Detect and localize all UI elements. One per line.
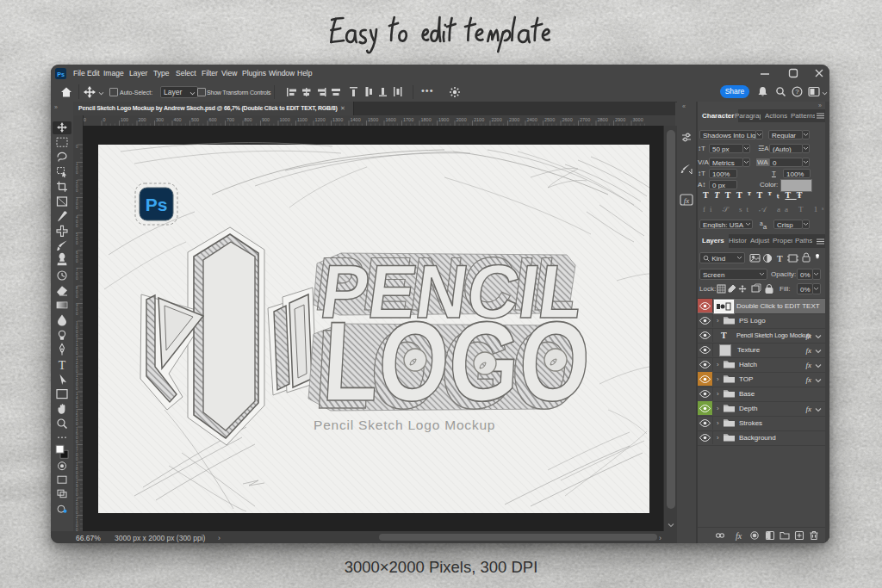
svg-text:2500: 2500 <box>544 117 555 122</box>
svg-text:fx: fx <box>736 531 742 541</box>
svg-text:2800: 2800 <box>598 117 608 122</box>
svg-text:0: 0 <box>76 259 78 263</box>
svg-text:2600: 2600 <box>562 117 573 122</box>
svg-text:0: 0 <box>76 457 78 461</box>
svg-text:300: 300 <box>156 117 164 122</box>
svg-text:0: 0 <box>76 440 78 444</box>
svg-text:2200: 2200 <box>492 117 502 122</box>
svg-text:0: 0 <box>76 294 78 299</box>
svg-text:700: 700 <box>227 117 234 122</box>
svg-text:0: 0 <box>76 492 78 497</box>
svg-text:0: 0 <box>76 334 78 338</box>
svg-text:0: 0 <box>76 475 78 480</box>
svg-text:1800: 1800 <box>421 117 432 122</box>
svg-text:?: ? <box>795 88 799 96</box>
svg-text:2000: 2000 <box>457 117 467 122</box>
svg-text:fx: fx <box>684 196 690 205</box>
svg-text:900: 900 <box>262 117 270 122</box>
svg-text:0: 0 <box>76 369 78 374</box>
svg-text:1900: 1900 <box>438 117 449 122</box>
svg-text:T: T <box>59 359 66 372</box>
svg-text:200: 200 <box>139 117 146 122</box>
svg-text:1400: 1400 <box>351 117 361 122</box>
svg-text:100: 100 <box>121 117 128 122</box>
svg-text:1700: 1700 <box>403 117 413 122</box>
svg-text:Ps: Ps <box>146 195 168 214</box>
svg-text:1600: 1600 <box>386 117 396 122</box>
svg-text:0: 0 <box>76 189 78 193</box>
svg-text:1200: 1200 <box>315 117 326 122</box>
svg-text:1000: 1000 <box>280 117 290 122</box>
svg-text:2400: 2400 <box>527 117 537 122</box>
svg-text:Pencil Sketch Logo Mockup: Pencil Sketch Logo Mockup <box>314 418 495 432</box>
svg-text:400: 400 <box>174 117 182 122</box>
svg-text:1500: 1500 <box>368 117 378 122</box>
svg-text:0: 0 <box>76 422 78 426</box>
svg-text:0: 0 <box>76 276 78 281</box>
svg-text:T: T <box>777 254 783 263</box>
svg-text:2900: 2900 <box>615 117 625 122</box>
svg-text:0: 0 <box>103 117 106 122</box>
svg-text:0: 0 <box>76 405 78 409</box>
svg-text:Ps: Ps <box>57 71 65 77</box>
svg-text:0: 0 <box>76 312 78 316</box>
svg-text:0: 0 <box>76 351 78 356</box>
svg-text:2100: 2100 <box>474 117 484 122</box>
svg-text:0: 0 <box>76 170 78 175</box>
svg-text:1100: 1100 <box>297 117 307 122</box>
svg-text:600: 600 <box>209 117 217 122</box>
svg-text:0: 0 <box>76 511 78 515</box>
svg-text:0: 0 <box>76 206 78 210</box>
svg-text:0: 0 <box>76 387 78 391</box>
svg-text:0: 0 <box>76 241 78 245</box>
svg-text:2300: 2300 <box>509 117 519 122</box>
svg-text:800: 800 <box>245 117 252 122</box>
svg-text:3000: 3000 <box>633 117 643 122</box>
svg-text:0: 0 <box>76 224 78 228</box>
svg-text:1300: 1300 <box>332 117 343 122</box>
svg-text:500: 500 <box>191 117 199 122</box>
svg-text:2700: 2700 <box>580 117 590 122</box>
